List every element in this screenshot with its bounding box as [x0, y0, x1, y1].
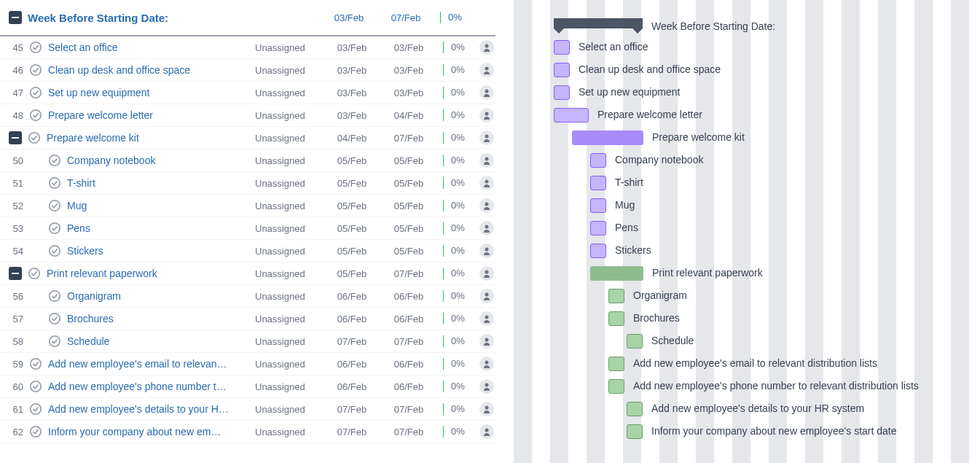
task-name[interactable]: Company notebook [67, 155, 249, 166]
task-row[interactable]: 58ScheduleUnassigned07/Feb07/Feb0% [0, 330, 495, 353]
gantt-bar[interactable] [608, 311, 624, 326]
task-assigned[interactable]: Unassigned [255, 246, 321, 257]
task-name[interactable]: Clean up desk and office space [48, 64, 249, 76]
gantt-bar[interactable] [590, 221, 606, 236]
task-done-icon[interactable] [29, 41, 42, 54]
gantt-bar[interactable] [554, 40, 570, 55]
task-end-date[interactable]: 07/Feb [383, 133, 434, 144]
task-row[interactable]: Prepare welcome kitUnassigned04/Feb07/Fe… [0, 127, 495, 149]
gantt-bar[interactable] [590, 176, 606, 190]
assign-avatar-button[interactable] [478, 402, 495, 416]
task-percent[interactable]: 0% [443, 132, 472, 144]
assign-avatar-button[interactable] [478, 108, 495, 122]
task-start-date[interactable]: 07/Feb [326, 427, 377, 437]
assign-avatar-button[interactable] [478, 379, 495, 394]
task-end-date[interactable]: 07/Feb [383, 268, 434, 279]
task-row[interactable]: 57BrochuresUnassigned06/Feb06/Feb0% [0, 308, 495, 330]
task-row[interactable]: 48Prepare welcome letterUnassigned03/Feb… [0, 104, 495, 127]
task-row[interactable]: 47Set up new equipmentUnassigned03/Feb03… [0, 82, 495, 104]
task-percent[interactable]: 0% [443, 381, 472, 392]
task-name[interactable]: Print relevant paperwork [47, 268, 249, 279]
task-assigned[interactable]: Unassigned [255, 110, 321, 121]
task-row[interactable]: 56OrganigramUnassigned06/Feb06/Feb0% [0, 285, 495, 308]
task-end-date[interactable]: 04/Feb [383, 110, 434, 121]
task-row[interactable]: 53PensUnassigned05/Feb05/Feb0% [0, 217, 495, 240]
task-end-date[interactable]: 05/Feb [383, 246, 434, 257]
task-name[interactable]: Add new employee's details to your H… [48, 403, 249, 415]
gantt-bar[interactable] [554, 63, 570, 77]
task-name[interactable]: Select an office [48, 42, 249, 53]
task-percent[interactable]: 0% [443, 268, 472, 279]
task-done-icon[interactable] [29, 402, 42, 416]
task-row[interactable]: 51T-shirtUnassigned05/Feb05/Feb0% [0, 172, 495, 195]
task-row[interactable]: 59Add new employee's email to relevan…Un… [0, 353, 495, 376]
task-start-date[interactable]: 03/Feb [326, 42, 377, 53]
task-assigned[interactable]: Unassigned [255, 42, 321, 53]
task-percent[interactable]: 0% [443, 109, 472, 121]
gantt-bar[interactable] [627, 402, 643, 416]
gantt-bar[interactable] [572, 131, 643, 145]
task-done-icon[interactable] [48, 244, 61, 257]
task-name[interactable]: Schedule [67, 335, 249, 347]
task-percent[interactable]: 0% [443, 290, 472, 302]
assign-avatar-button[interactable] [478, 40, 495, 55]
task-percent[interactable]: 0% [443, 87, 472, 98]
task-assigned[interactable]: Unassigned [255, 291, 321, 302]
task-assigned[interactable]: Unassigned [255, 201, 321, 211]
task-end-date[interactable]: 05/Feb [383, 178, 434, 189]
task-row[interactable]: 50Company notebookUnassigned05/Feb05/Feb… [0, 149, 495, 172]
task-done-icon[interactable] [29, 86, 42, 99]
task-percent[interactable]: 0% [443, 313, 472, 324]
task-name[interactable]: Inform your company about new em… [48, 426, 249, 437]
assign-avatar-button[interactable] [478, 198, 495, 213]
assign-avatar-button[interactable] [478, 131, 495, 145]
gantt-bar[interactable] [608, 357, 624, 371]
assign-avatar-button[interactable] [478, 85, 495, 100]
task-percent[interactable]: 0% [443, 155, 472, 166]
task-end-date[interactable]: 05/Feb [383, 223, 434, 234]
task-name[interactable]: Add new employee's email to relevan… [48, 358, 249, 370]
task-percent[interactable]: 0% [443, 245, 472, 257]
assign-avatar-button[interactable] [478, 153, 495, 168]
assign-avatar-button[interactable] [478, 176, 495, 190]
task-start-date[interactable]: 06/Feb [326, 314, 377, 324]
task-done-icon[interactable] [48, 176, 61, 190]
assign-avatar-button[interactable] [478, 334, 495, 349]
gantt-summary-bar[interactable] [554, 18, 643, 28]
gantt-bar[interactable] [554, 108, 589, 122]
assign-avatar-button[interactable] [478, 63, 495, 77]
task-start-date[interactable]: 05/Feb [326, 268, 377, 279]
task-assigned[interactable]: Unassigned [255, 223, 321, 234]
assign-avatar-button[interactable] [478, 311, 495, 326]
task-assigned[interactable]: Unassigned [255, 155, 321, 166]
task-end-date[interactable]: 07/Feb [383, 336, 434, 347]
task-row[interactable]: 46Clean up desk and office spaceUnassign… [0, 59, 495, 82]
task-name[interactable]: Pens [67, 222, 249, 234]
task-start-date[interactable]: 04/Feb [326, 133, 377, 144]
task-percent[interactable]: 0% [443, 42, 472, 53]
task-done-icon[interactable] [48, 312, 61, 325]
task-start-date[interactable]: 05/Feb [326, 201, 377, 211]
task-end-date[interactable]: 06/Feb [383, 359, 434, 370]
task-start-date[interactable]: 05/Feb [326, 223, 377, 234]
task-assigned[interactable]: Unassigned [255, 381, 321, 392]
gantt-bar[interactable] [608, 289, 624, 303]
task-done-icon[interactable] [48, 289, 61, 303]
task-name[interactable]: Organigram [67, 290, 249, 302]
task-row[interactable]: 45Select an officeUnassigned03/Feb03/Feb… [0, 36, 495, 59]
task-done-icon[interactable] [28, 131, 41, 144]
task-percent[interactable]: 0% [443, 403, 472, 415]
task-end-date[interactable]: 06/Feb [383, 291, 434, 302]
task-done-icon[interactable] [29, 357, 42, 370]
task-row[interactable]: 54StickersUnassigned05/Feb05/Feb0% [0, 240, 495, 262]
task-percent[interactable]: 0% [443, 426, 472, 437]
collapse-button[interactable] [9, 131, 22, 144]
task-done-icon[interactable] [29, 425, 42, 438]
task-end-date[interactable]: 07/Feb [383, 427, 434, 437]
assign-avatar-button[interactable] [478, 221, 495, 236]
assign-avatar-button[interactable] [478, 266, 495, 281]
task-name[interactable]: Stickers [67, 245, 249, 257]
task-done-icon[interactable] [48, 335, 61, 348]
task-end-date[interactable]: 07/Feb [383, 404, 434, 415]
task-start-date[interactable]: 05/Feb [326, 246, 377, 257]
